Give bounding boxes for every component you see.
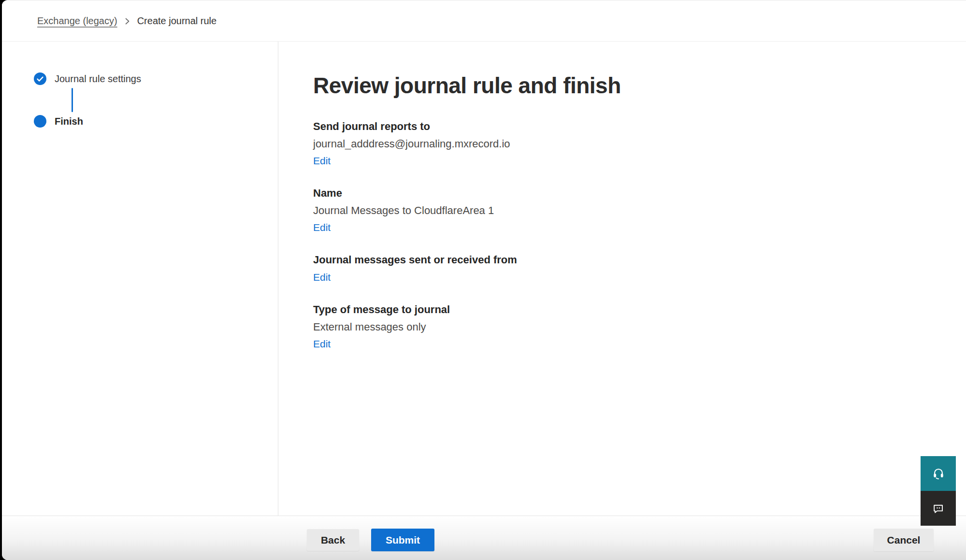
wizard-steps-sidebar: Journal rule settings Finish — [2, 42, 278, 516]
wizard-step-label: Journal rule settings — [55, 73, 141, 85]
review-section-name: Name Journal Messages to CloudflareArea … — [313, 187, 947, 234]
chat-bubble-icon — [932, 502, 945, 515]
app-window: Exchange (legacy) Create journal rule Jo… — [2, 0, 966, 560]
wizard-step-finish: Finish — [34, 115, 278, 128]
review-section-message-type: Type of message to journal External mess… — [313, 303, 947, 351]
help-support-button[interactable] — [921, 456, 956, 491]
wizard-step-label: Finish — [55, 116, 83, 127]
review-section-journal-messages-scope: Journal messages sent or received from E… — [313, 253, 947, 284]
section-label: Type of message to journal — [313, 303, 947, 316]
journal-report-address-value: journal_adddress@journaling.mxrecord.io — [313, 137, 947, 151]
section-label: Name — [313, 187, 947, 200]
step-connector-line — [72, 88, 73, 112]
breadcrumb-current-page: Create journal rule — [137, 15, 217, 27]
floating-button-stack — [921, 456, 956, 526]
edit-name-link[interactable]: Edit — [313, 221, 331, 234]
edit-message-type-link[interactable]: Edit — [313, 337, 331, 351]
message-type-value: External messages only — [313, 320, 947, 334]
header-bar: Exchange (legacy) Create journal rule — [2, 0, 966, 42]
feedback-button[interactable] — [921, 491, 956, 526]
review-pane: Review journal rule and finish Send jour… — [278, 42, 966, 516]
edit-journal-messages-scope-link[interactable]: Edit — [313, 271, 331, 284]
back-button[interactable]: Back — [307, 529, 359, 551]
breadcrumb: Exchange (legacy) Create journal rule — [37, 15, 216, 27]
wizard-step-journal-rule-settings[interactable]: Journal rule settings — [34, 72, 278, 85]
page-title: Review journal rule and finish — [313, 72, 947, 99]
section-label: Send journal reports to — [313, 120, 947, 133]
footer-action-bar: Back Submit Cancel — [2, 516, 966, 560]
submit-button[interactable]: Submit — [371, 529, 434, 551]
check-circle-icon — [34, 72, 46, 85]
chevron-right-icon — [125, 17, 130, 26]
cancel-button[interactable]: Cancel — [874, 529, 934, 551]
rule-name-value: Journal Messages to CloudflareArea 1 — [313, 204, 947, 217]
section-label: Journal messages sent or received from — [313, 253, 947, 267]
filled-circle-icon — [34, 115, 46, 128]
edit-send-journal-reports-link[interactable]: Edit — [313, 154, 331, 168]
breadcrumb-link-exchange-legacy[interactable]: Exchange (legacy) — [37, 15, 117, 27]
review-section-send-journal-reports-to: Send journal reports to journal_adddress… — [313, 120, 947, 168]
body-row: Journal rule settings Finish Review jour… — [2, 42, 966, 516]
headset-icon — [932, 467, 945, 480]
